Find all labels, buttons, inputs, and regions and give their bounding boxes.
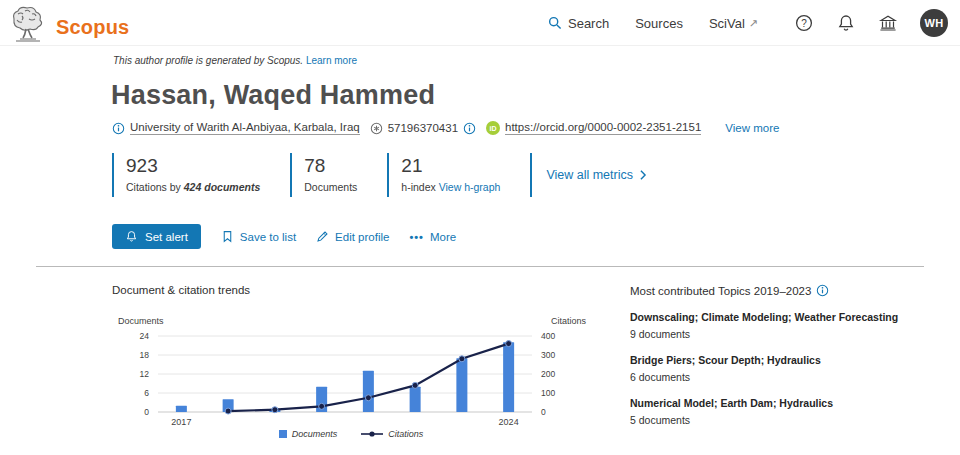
hindex-label-text: h-index (401, 181, 438, 193)
learn-more-link[interactable]: Learn more (306, 55, 357, 66)
axis-titles: Documents Citations (112, 316, 590, 326)
view-all-metrics-label: View all metrics (546, 168, 633, 182)
info-icon[interactable] (112, 122, 125, 135)
ellipsis-icon: ••• (409, 231, 424, 243)
legend-documents[interactable]: Documents (279, 429, 338, 439)
disclaimer-text: This author profile is generated by Scop… (113, 55, 303, 66)
orcid-chunk: iD https://orcid.org/0000-0002-2351-2151 (486, 121, 701, 135)
topic-doc-count: 6 documents (630, 371, 952, 383)
view-hgraph-link[interactable]: View h-graph (439, 181, 501, 193)
profile-disclaimer: This author profile is generated by Scop… (113, 55, 357, 66)
svg-text:0: 0 (541, 407, 546, 417)
user-avatar[interactable]: WH (920, 9, 948, 37)
trends-chart-svg[interactable]: 06121824010020030040020172024 (112, 328, 582, 428)
topic-item: Numerical Model; Earth Dam; Hydraulics 5… (630, 397, 952, 426)
institution-icon[interactable] (878, 13, 898, 33)
search-icon (548, 16, 562, 30)
topic-name-link[interactable]: Downscaling; Climate Modeling; Weather F… (630, 311, 952, 323)
svg-text:24: 24 (140, 331, 150, 341)
nav-sources-label: Sources (635, 16, 683, 31)
topic-name-link[interactable]: Numerical Model; Earth Dam; Hydraulics (630, 397, 952, 409)
brand-wordmark: Scopus (56, 16, 129, 39)
more-button[interactable]: ••• More (409, 231, 456, 243)
more-label: More (430, 231, 456, 243)
citations-label: Citations by 424 documents (126, 181, 260, 193)
topics-title-text: Most contributed Topics 2019–2023 (630, 285, 811, 297)
chart-legend: Documents Citations (112, 429, 590, 439)
documents-value: 78 (304, 155, 357, 177)
trends-title: Document & citation trends (112, 284, 590, 296)
metric-documents: 78 Documents (290, 153, 357, 197)
svg-text:18: 18 (140, 350, 150, 360)
brand[interactable]: Scopus (8, 1, 129, 45)
top-header: Scopus Search Sources SciVal ↗ ? WH (0, 0, 960, 46)
set-alert-button[interactable]: Set alert (112, 224, 201, 249)
edit-profile-button[interactable]: Edit profile (316, 230, 389, 243)
view-all-metrics-link[interactable]: View all metrics (546, 168, 647, 182)
affiliation-link[interactable]: University of Warith Al-Anbiyaa, Karbala… (130, 121, 360, 135)
legend-documents-label: Documents (292, 429, 338, 439)
topics-title: Most contributed Topics 2019–2023 (630, 284, 952, 297)
save-to-list-button[interactable]: Save to list (221, 230, 296, 243)
scopus-id-chunk: 57196370431 (370, 122, 476, 135)
svg-text:200: 200 (541, 369, 555, 379)
bookmark-icon (221, 230, 234, 243)
affiliation-chunk: University of Warith Al-Anbiyaa, Karbala… (112, 121, 360, 135)
topics-info-icon[interactable] (816, 284, 829, 297)
legend-citations[interactable]: Citations (361, 429, 423, 439)
author-name: Hassan, Waqed Hammed (111, 80, 435, 111)
alert-bell-icon (125, 230, 138, 243)
help-icon[interactable]: ? (794, 13, 814, 33)
citations-value: 923 (126, 155, 260, 177)
topic-doc-count: 9 documents (630, 328, 952, 340)
header-icon-group: ? WH (794, 9, 948, 37)
nav-search[interactable]: Search (548, 16, 609, 31)
svg-text:12: 12 (140, 369, 150, 379)
nav-sources[interactable]: Sources (635, 16, 683, 31)
author-info-row: University of Warith Al-Anbiyaa, Karbala… (112, 121, 779, 135)
nav-scival[interactable]: SciVal ↗ (709, 16, 758, 31)
hindex-label: h-index View h-graph (401, 181, 500, 193)
section-divider (36, 266, 924, 267)
scopus-id-icon (370, 122, 383, 135)
svg-text:?: ? (801, 18, 807, 29)
external-link-icon: ↗ (749, 17, 758, 30)
notifications-bell-icon[interactable] (836, 13, 856, 33)
svg-text:300: 300 (541, 350, 555, 360)
hindex-value: 21 (401, 155, 500, 177)
legend-citations-label: Citations (388, 429, 423, 439)
trends-section: Document & citation trends Documents Cit… (112, 284, 590, 439)
scopus-id-info-icon[interactable] (463, 122, 476, 135)
right-axis-title: Citations (551, 316, 586, 326)
citations-label-prefix: Citations by (126, 181, 184, 193)
view-all-metrics: View all metrics (530, 153, 647, 197)
svg-text:0: 0 (144, 407, 149, 417)
orcid-link[interactable]: https://orcid.org/0000-0002-2351-2151 (505, 121, 701, 135)
set-alert-label: Set alert (145, 231, 188, 243)
scopus-id-value: 57196370431 (388, 122, 458, 134)
action-bar: Set alert Save to list Edit profile ••• … (112, 224, 456, 249)
svg-text:400: 400 (541, 331, 555, 341)
edit-profile-label: Edit profile (335, 231, 389, 243)
topic-name-link[interactable]: Bridge Piers; Scour Depth; Hydraulics (630, 354, 952, 366)
svg-text:6: 6 (144, 388, 149, 398)
topic-item: Bridge Piers; Scour Depth; Hydraulics 6 … (630, 354, 952, 383)
metrics-row: 923 Citations by 424 documents 78 Docume… (112, 153, 647, 197)
topic-item: Downscaling; Climate Modeling; Weather F… (630, 311, 952, 340)
view-more-link[interactable]: View more (725, 122, 779, 134)
metric-hindex: 21 h-index View h-graph (387, 153, 500, 197)
orcid-icon: iD (486, 121, 500, 135)
topic-doc-count: 5 documents (630, 414, 952, 426)
svg-text:2017: 2017 (171, 417, 191, 427)
svg-text:2024: 2024 (499, 417, 519, 427)
svg-text:100: 100 (541, 388, 555, 398)
citations-line-icon (361, 430, 383, 438)
elsevier-tree-logo (8, 5, 46, 45)
topics-section: Most contributed Topics 2019–2023 Downsc… (630, 284, 952, 426)
documents-label: Documents (304, 181, 357, 193)
chevron-right-icon (639, 170, 647, 180)
scopus-author-profile-page: Scopus Search Sources SciVal ↗ ? WH This (0, 0, 960, 455)
nav-search-label: Search (568, 16, 609, 31)
nav-scival-label: SciVal (709, 16, 745, 31)
header-nav: Search Sources SciVal ↗ ? WH (548, 0, 948, 46)
